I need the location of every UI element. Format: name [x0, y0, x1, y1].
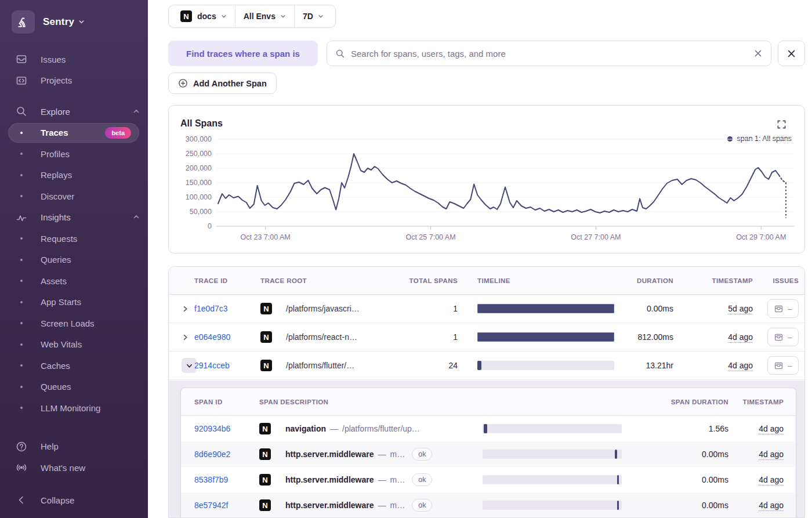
bullet-icon: [20, 386, 23, 388]
nextjs-platform-icon: N: [259, 423, 271, 434]
span-duration: 1.56s: [622, 424, 728, 433]
sidebar-item-web-vitals[interactable]: Web Vitals: [0, 334, 148, 356]
expanded-trace-spans: SPAN ID SPAN DESCRIPTION SPAN DURATION T…: [169, 381, 804, 518]
trace-row[interactable]: f1e0d7c3 N /platforms/javascri… 1 0.00ms…: [169, 295, 804, 323]
expand-trace-icon[interactable]: [182, 334, 194, 341]
collapse-icon: [16, 494, 27, 506]
sidebar-item-caches[interactable]: Caches: [0, 355, 148, 376]
bullet-icon: [20, 280, 23, 282]
projects-icon: [16, 75, 27, 86]
span-table-header: SPAN ID SPAN DESCRIPTION SPAN DURATION T…: [181, 388, 796, 416]
trace-row[interactable]: 2914cceb N /platforms/flutter/… 24 13.21…: [169, 352, 804, 380]
main-content: N docs All Envs 7D Find traces where a s…: [148, 0, 812, 518]
search-icon: [335, 49, 345, 59]
sentry-logo-icon: [12, 10, 35, 34]
sidebar-item-requests[interactable]: Requests: [0, 228, 148, 249]
org-switcher[interactable]: Sentry: [0, 0, 148, 37]
col-span-duration: SPAN DURATION: [622, 399, 728, 405]
issues-icon: [16, 53, 27, 65]
remove-span-filter-button[interactable]: [778, 41, 805, 66]
sidebar-item-issues[interactable]: Issues: [0, 49, 148, 70]
span-id-link[interactable]: 8d6e90e2: [194, 450, 259, 459]
environment-selector-label: All Envs: [244, 12, 276, 21]
date-range-selector[interactable]: 7D: [294, 5, 332, 27]
span-timestamp[interactable]: 4d ago: [759, 475, 784, 486]
span-id-link[interactable]: 8538f7b9: [194, 475, 259, 484]
all-spans-chart-panel: All Spans span 1: All spans 300,000250,0…: [168, 105, 805, 253]
expand-chart-icon[interactable]: [777, 120, 786, 131]
col-span-timestamp: TIMESTAMP: [728, 399, 784, 405]
span-row[interactable]: 920934b6 N navigation—/platforms/flutter…: [181, 416, 796, 441]
span-timestamp[interactable]: 4d ago: [759, 424, 784, 434]
sidebar-item-profiles[interactable]: Profiles: [0, 143, 148, 165]
add-another-span-button[interactable]: Add Another Span: [168, 73, 277, 94]
sidebar-item-replays[interactable]: Replays: [0, 165, 148, 186]
issues-inbox-icon: [774, 361, 784, 371]
chevron-down-icon: [78, 17, 85, 27]
trace-duration: 13.21hr: [614, 361, 673, 370]
span-id-link[interactable]: 8e57942f: [194, 501, 259, 510]
span-timestamp[interactable]: 4d ago: [759, 450, 784, 460]
col-issues: ISSUES: [753, 277, 805, 284]
sidebar-item-queries[interactable]: Queries: [0, 249, 148, 271]
sidebar-item-projects[interactable]: Projects: [0, 70, 148, 92]
span-timeline: [483, 424, 622, 433]
sidebar-item-collapse[interactable]: Collapse: [0, 490, 148, 511]
sidebar-item-insights[interactable]: Insights: [0, 207, 148, 229]
org-name: Sentry: [43, 16, 74, 28]
sidebar-item-what-s-new[interactable]: What's new: [0, 457, 148, 479]
expand-trace-icon[interactable]: [182, 305, 194, 313]
sidebar-item-app-starts[interactable]: App Starts: [0, 292, 148, 313]
trace-duration: 0.00ms: [614, 304, 673, 313]
sidebar-item-traces-active[interactable]: Traces beta: [0, 122, 148, 144]
trace-timestamp[interactable]: 4d ago: [728, 361, 753, 371]
sidebar-item-assets[interactable]: Assets: [0, 270, 148, 292]
nextjs-platform-icon: N: [259, 474, 271, 486]
sidebar-nav: Issues Projects Explore Traces beta Prof…: [0, 37, 148, 511]
trace-timeline: [477, 332, 614, 342]
col-timeline: TIMELINE: [477, 277, 614, 284]
span-row[interactable]: 8538f7b9 N http.server.middleware—m… ok …: [181, 467, 796, 492]
trace-id-link[interactable]: f1e0d7c3: [194, 304, 260, 313]
traces-table-header: TRACE ID TRACE ROOT TOTAL SPANS TIMELINE…: [169, 267, 804, 295]
trace-id-link[interactable]: e064e980: [194, 332, 260, 342]
total-spans: 24: [448, 361, 458, 370]
trace-timestamp[interactable]: 5d ago: [728, 304, 753, 314]
trace-row[interactable]: e064e980 N /platforms/react-n… 1 812.00m…: [169, 323, 804, 352]
svg-text:Oct 25 7:00 AM: Oct 25 7:00 AM: [405, 233, 455, 241]
trace-issues-button[interactable]: –: [767, 356, 799, 375]
trace-root: /platforms/flutter/…: [286, 361, 401, 370]
clear-search-icon[interactable]: [753, 49, 763, 58]
traces-table: TRACE ID TRACE ROOT TOTAL SPANS TIMELINE…: [168, 266, 805, 518]
svg-text:300,000: 300,000: [186, 135, 212, 143]
environment-selector[interactable]: All Envs: [235, 5, 294, 27]
span-row[interactable]: 8d6e90e2 N http.server.middleware—m… ok …: [181, 441, 796, 467]
col-duration: DURATION: [614, 277, 673, 284]
span-row[interactable]: 8e57942f N http.server.middleware—m… ok …: [181, 492, 796, 518]
nextjs-platform-icon: N: [259, 448, 271, 460]
sidebar-item-help[interactable]: Help: [0, 436, 148, 458]
project-selector[interactable]: N docs: [172, 5, 235, 27]
span-timestamp[interactable]: 4d ago: [759, 501, 784, 511]
sidebar-item-queues[interactable]: Queues: [0, 376, 148, 398]
sidebar-item-discover[interactable]: Discover: [0, 186, 148, 207]
page-filter-bar: N docs All Envs 7D: [168, 5, 336, 28]
nextjs-platform-icon: N: [259, 499, 271, 511]
bullet-icon: [20, 364, 23, 367]
date-range-label: 7D: [303, 12, 313, 21]
nextjs-platform-icon: N: [260, 331, 272, 343]
nextjs-platform-icon: N: [260, 303, 272, 314]
sidebar-item-screen-loads[interactable]: Screen Loads: [0, 313, 148, 334]
issues-inbox-icon: [774, 304, 784, 314]
span-search-input[interactable]: [351, 49, 753, 59]
col-span-description: SPAN DESCRIPTION: [259, 399, 483, 405]
trace-timestamp[interactable]: 4d ago: [728, 332, 753, 343]
span-id-link[interactable]: 920934b6: [194, 424, 259, 433]
span-description: http.server.middleware—m… ok: [285, 499, 483, 512]
trace-issues-button[interactable]: –: [767, 328, 799, 346]
svg-text:0: 0: [208, 222, 212, 230]
sidebar-item-explore[interactable]: Explore: [0, 101, 148, 122]
sidebar-item-llm-monitoring[interactable]: LLM Monitoring: [0, 397, 148, 419]
trace-issues-button[interactable]: –: [767, 299, 799, 318]
trace-id-link[interactable]: 2914cceb: [194, 361, 260, 370]
